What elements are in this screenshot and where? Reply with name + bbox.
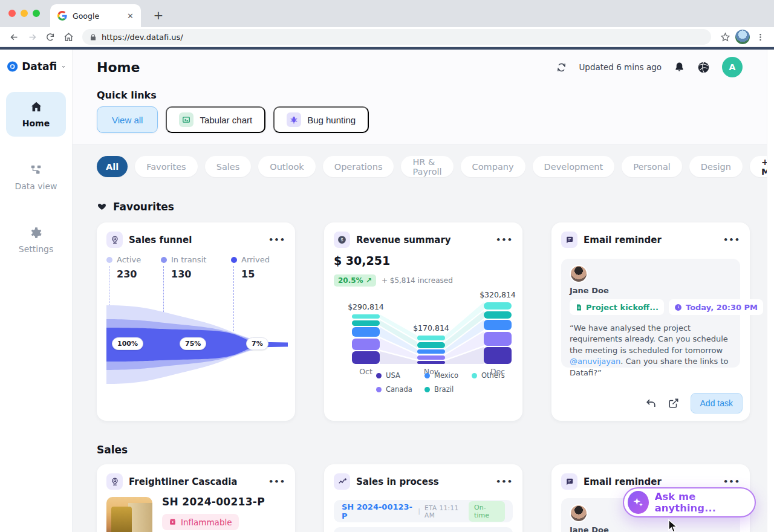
app-window: Datafi Home Data view Settings	[0, 50, 774, 532]
browser-tab[interactable]: Google ✕	[50, 4, 141, 27]
bar-segment-mexico	[352, 327, 380, 337]
card-menu-icon[interactable]: •••	[268, 235, 285, 244]
pin-icon	[106, 473, 123, 490]
card-title: Sales in process	[356, 476, 439, 487]
bug-hunting-button[interactable]: Bug hunting	[273, 106, 369, 133]
message-text: “We have analysed the project requiremen…	[570, 323, 728, 355]
time-label: Today, 20:30 PM	[686, 303, 758, 312]
card-menu-icon[interactable]: •••	[496, 235, 513, 244]
shipment-row-partial[interactable]	[334, 527, 513, 532]
stage-guide-line	[109, 266, 109, 306]
view-all-button[interactable]: View all	[97, 106, 158, 133]
sidebar-item-settings[interactable]: Settings	[6, 218, 66, 262]
card-title: Revenue summary	[356, 235, 451, 245]
page-title: Home	[97, 60, 140, 75]
bar-total-label: $320,814	[480, 290, 516, 299]
globe-icon[interactable]	[697, 61, 710, 74]
stage-value: 15	[241, 268, 270, 280]
tab-close-icon[interactable]: ✕	[127, 11, 134, 21]
package-icon	[169, 518, 177, 526]
browser-profile-avatar[interactable]	[735, 30, 750, 44]
funnel-pct-pill: 7%	[246, 337, 268, 350]
tabular-chart-button[interactable]: Tabular chart	[166, 106, 265, 133]
bar-segment-others	[352, 314, 380, 319]
sales-section-heading: Sales	[97, 444, 128, 456]
filter-chip-favorites[interactable]: Favorites	[135, 156, 198, 177]
card-menu-icon[interactable]: •••	[268, 477, 285, 486]
close-window-button[interactable]	[8, 10, 16, 17]
sender-avatar	[570, 265, 588, 283]
trend-line-icon	[334, 473, 350, 490]
favourites-title: Favourites	[113, 201, 174, 213]
card-title: Sales funnel	[129, 235, 192, 245]
shipment-id: SH 2024-00213-P	[162, 496, 265, 508]
bar-segment-canada	[417, 355, 445, 360]
bug-icon	[287, 112, 301, 127]
sync-icon[interactable]	[556, 62, 567, 73]
card-menu-icon[interactable]: •••	[723, 235, 740, 244]
add-task-button[interactable]: Add task	[691, 393, 743, 414]
open-external-icon[interactable]	[668, 398, 679, 409]
notification-bell-icon[interactable]	[674, 62, 685, 73]
attachment-chip[interactable]: Project kickoff...	[570, 299, 664, 315]
sidebar-item-data-view[interactable]: Data view	[6, 155, 66, 199]
card-menu-icon[interactable]: •••	[496, 477, 513, 486]
sender-name: Jane Doe	[570, 525, 732, 532]
filter-chip-personal[interactable]: Personal	[622, 156, 682, 177]
minimize-window-button[interactable]	[21, 10, 28, 17]
zoom-window-button[interactable]	[33, 10, 40, 17]
legend-dot	[424, 373, 430, 378]
mention-link[interactable]: @anuvijayan	[570, 357, 620, 366]
filter-chip-outlook[interactable]: Outlook	[258, 156, 315, 177]
filter-chip-hr-payroll[interactable]: HR & Payroll	[401, 156, 453, 177]
reload-icon[interactable]	[42, 29, 58, 45]
filter-chip-development[interactable]: Development	[533, 156, 615, 177]
window-controls[interactable]	[8, 10, 40, 17]
time-chip[interactable]: Today, 20:30 PM	[669, 299, 763, 315]
ask-ai-button[interactable]: Ask me anything...	[623, 487, 756, 517]
legend-item-mexico: Mexico	[424, 371, 472, 380]
bar-segment-others	[417, 336, 445, 340]
filter-chip-design[interactable]: Design	[689, 156, 743, 177]
filter-chip-all[interactable]: All	[97, 156, 128, 177]
truck-image	[106, 497, 152, 532]
filter-chip-operations[interactable]: Operations	[323, 156, 394, 177]
revenue-legend: USAMexicoOthers CanadaBrazil	[376, 371, 505, 394]
bookmark-star-icon[interactable]	[717, 29, 733, 45]
revenue-total: $ 30,251	[334, 254, 390, 267]
scrollbar[interactable]	[767, 50, 774, 532]
card-menu-icon[interactable]: •••	[723, 477, 740, 486]
user-avatar[interactable]: A	[722, 57, 743, 77]
stage-dot	[161, 257, 167, 263]
bar-segment-others	[484, 302, 512, 310]
forward-icon[interactable]	[24, 29, 40, 45]
funnel-stage-in-transit: In transit 130	[161, 255, 206, 280]
stage-dot	[106, 257, 112, 263]
reply-icon[interactable]	[645, 398, 657, 409]
email-message: “We have analysed the project requiremen…	[570, 323, 732, 378]
ask-ai-label: Ask me anything...	[655, 491, 751, 514]
eta-text: ETA 11:11 AM	[424, 504, 469, 519]
address-bar[interactable]: https://dev.datafi.us/	[82, 29, 711, 45]
home-nav-icon[interactable]	[60, 29, 76, 45]
brand[interactable]: Datafi	[0, 50, 72, 82]
browser-tab-strip: Google ✕ +	[0, 0, 774, 27]
shipment-id-link[interactable]: SH 2024-00123-P	[342, 502, 414, 521]
svg-text:$: $	[340, 237, 343, 242]
browser-menu-icon[interactable]	[752, 29, 768, 45]
filter-chip-sales[interactable]: Sales	[205, 156, 252, 177]
back-icon[interactable]	[6, 29, 22, 45]
sender-name: Jane Doe	[570, 286, 732, 295]
shipment-row[interactable]: SH 2024-00123-P | ETA 11:11 AM On-time	[334, 500, 513, 522]
sidebar-item-home[interactable]: Home	[6, 92, 66, 137]
stage-label: Active	[117, 255, 141, 264]
freightliner-card: Freightliner Cascadia ••• SH 2024-00213-…	[97, 464, 295, 532]
separator: |	[418, 507, 420, 515]
chevron-down-icon[interactable]	[61, 63, 66, 71]
main-content: Home Updated 6 mins ago A Quick links Vi…	[73, 50, 767, 532]
lock-icon	[89, 33, 97, 41]
filter-chip-company[interactable]: Company	[461, 156, 525, 177]
bar-total-label: $290,814	[348, 302, 384, 311]
bar-segment-brazil	[352, 320, 380, 326]
new-tab-button[interactable]: +	[150, 7, 167, 24]
